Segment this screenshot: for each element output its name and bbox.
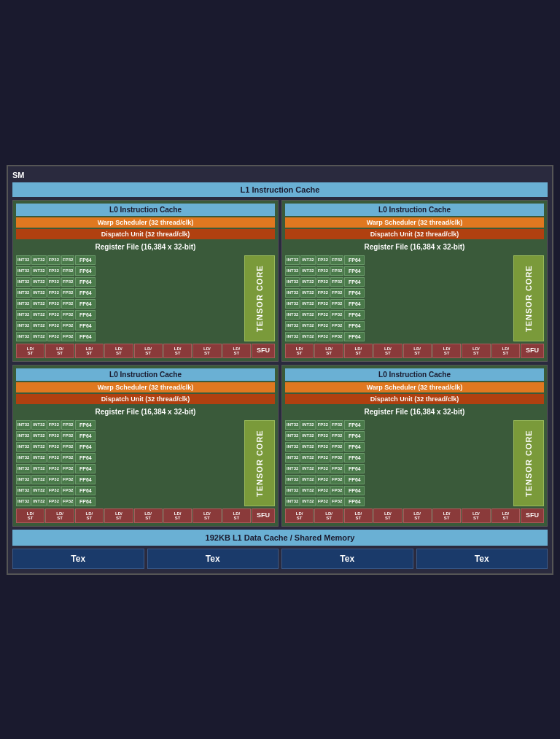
- int32: INT32: [31, 321, 46, 330]
- int32: INT32: [16, 486, 31, 495]
- int32: INT32: [31, 497, 46, 506]
- tex-unit-1[interactable]: Tex: [12, 549, 144, 569]
- fp64: FP64: [75, 486, 96, 495]
- q3-core-row-3: INT32 INT32 FP32 FP32 FP64: [16, 442, 243, 452]
- ld-st: LD/ST: [134, 508, 163, 523]
- ld-st: LD/ST: [344, 344, 373, 358]
- int32: INT32: [285, 310, 300, 320]
- fp32: FP32: [330, 321, 343, 330]
- fp32: FP32: [330, 299, 343, 309]
- q2-core-row-4: INT32 INT32 FP32 FP32 FP64: [285, 288, 512, 298]
- q4-core-row-3: INT32 INT32 FP32 FP32 FP64: [285, 442, 512, 452]
- fp32: FP32: [61, 266, 74, 276]
- ld-st: LD/ST: [45, 508, 74, 523]
- int32: INT32: [16, 277, 31, 287]
- q3-tensor-core: TENSOR CORE: [244, 420, 275, 506]
- fp32: FP32: [330, 497, 343, 506]
- int32: INT32: [31, 442, 46, 452]
- int32: INT32: [16, 299, 31, 309]
- fp32: FP32: [316, 420, 330, 430]
- fp32: FP32: [61, 299, 74, 309]
- int32: INT32: [285, 453, 300, 463]
- fp32: FP32: [316, 453, 330, 463]
- fp64: FP64: [75, 475, 96, 484]
- q2-register-file: Register File (16,384 x 32-bit): [285, 241, 544, 253]
- int32: INT32: [16, 332, 31, 341]
- fp32: FP32: [61, 453, 74, 463]
- ld-st: LD/ST: [285, 344, 314, 358]
- q1-core-row-2: INT32 INT32 FP32 FP32 FP64: [16, 266, 243, 276]
- fp64: FP64: [344, 475, 365, 484]
- fp32: FP32: [47, 288, 61, 298]
- l1-data-cache: 192KB L1 Data Cache / Shared Memory: [12, 530, 548, 546]
- int32: INT32: [285, 420, 300, 430]
- int32: INT32: [16, 464, 31, 473]
- quadrant-2: L0 Instruction Cache Warp Scheduler (32 …: [281, 200, 548, 362]
- fp32: FP32: [47, 299, 61, 309]
- q4-core-row-4: INT32 INT32 FP32 FP32 FP64: [285, 453, 512, 463]
- fp32: FP32: [330, 332, 343, 341]
- fp64: FP64: [344, 431, 365, 441]
- fp64: FP64: [344, 299, 365, 309]
- fp32: FP32: [47, 464, 61, 473]
- fp32: FP32: [316, 431, 330, 441]
- q3-register-file: Register File (16,384 x 32-bit): [16, 406, 275, 418]
- ld-st: LD/ST: [104, 508, 133, 523]
- int32: INT32: [285, 431, 300, 441]
- q4-register-file: Register File (16,384 x 32-bit): [285, 406, 544, 418]
- fp64: FP64: [75, 266, 96, 276]
- sfu: SFU: [252, 508, 275, 523]
- int32: INT32: [300, 310, 315, 320]
- int32: INT32: [285, 486, 300, 495]
- int32: INT32: [285, 299, 300, 309]
- tex-unit-4[interactable]: Tex: [416, 549, 548, 569]
- int32: INT32: [285, 266, 300, 276]
- q1-core-row-1: INT32 INT32 FP32 FP32 FP64: [16, 255, 243, 265]
- ld-st: LD/ST: [432, 508, 461, 523]
- fp64: FP64: [75, 453, 96, 463]
- int32: INT32: [300, 332, 315, 341]
- fp64: FP64: [75, 310, 96, 320]
- ld-st: LD/ST: [314, 344, 343, 358]
- q2-ld-st-sfu-row: LD/ST LD/ST LD/ST LD/ST LD/ST LD/ST LD/S…: [285, 344, 544, 358]
- fp32: FP32: [330, 420, 343, 430]
- fp64: FP64: [75, 464, 96, 473]
- sfu: SFU: [521, 508, 544, 523]
- fp32: FP32: [47, 277, 61, 287]
- q3-ld-st-sfu-row: LD/ST LD/ST LD/ST LD/ST LD/ST LD/ST LD/S…: [16, 508, 275, 523]
- q3-core-row-5: INT32 INT32 FP32 FP32 FP64: [16, 464, 243, 473]
- fp32: FP32: [316, 497, 330, 506]
- tex-unit-2[interactable]: Tex: [147, 549, 279, 569]
- fp32: FP32: [47, 486, 61, 495]
- int32: INT32: [31, 310, 46, 320]
- fp32: FP32: [47, 255, 61, 265]
- fp32: FP32: [316, 332, 330, 341]
- int32: INT32: [31, 453, 46, 463]
- ld-st: LD/ST: [285, 508, 314, 523]
- int32: INT32: [300, 475, 315, 484]
- fp32: FP32: [330, 453, 343, 463]
- int32: INT32: [31, 475, 46, 484]
- int32: INT32: [300, 321, 315, 330]
- ld-st: LD/ST: [373, 344, 402, 358]
- q2-core-row-6: INT32 INT32 FP32 FP32 FP64: [285, 310, 512, 320]
- q2-dispatch-unit: Dispatch Unit (32 thread/clk): [285, 229, 544, 239]
- fp64: FP64: [344, 288, 365, 298]
- fp64: FP64: [75, 321, 96, 330]
- sfu: SFU: [252, 344, 275, 358]
- ld-st: LD/ST: [462, 508, 490, 523]
- fp32: FP32: [316, 266, 330, 276]
- int32: INT32: [31, 486, 46, 495]
- q4-core-row-7: INT32 INT32 FP32 FP32 FP64: [285, 486, 512, 495]
- ld-st: LD/ST: [462, 344, 490, 358]
- fp64: FP64: [75, 332, 96, 341]
- int32: INT32: [300, 497, 315, 506]
- int32: INT32: [31, 431, 46, 441]
- int32: INT32: [285, 277, 300, 287]
- tex-unit-3[interactable]: Tex: [281, 549, 413, 569]
- int32: INT32: [16, 453, 31, 463]
- fp64: FP64: [344, 464, 365, 473]
- fp32: FP32: [47, 321, 61, 330]
- int32: INT32: [300, 277, 315, 287]
- fp32: FP32: [330, 442, 343, 452]
